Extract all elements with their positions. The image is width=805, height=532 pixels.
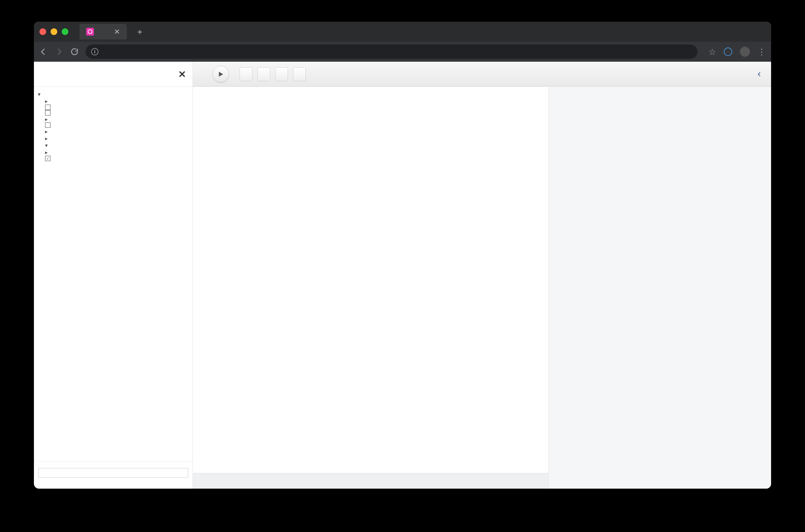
docs-button[interactable] [756,72,764,77]
explorer-panel: ✕ [34,62,193,489]
browser-window: ✕ ＋ i ☆ ⋮ ✕ [34,22,771,489]
browser-menu-icon[interactable]: ⋮ [758,47,766,56]
minimize-window-icon[interactable] [51,28,57,35]
tree-field-group[interactable] [36,135,192,142]
query-editor[interactable] [193,87,549,473]
svg-point-5 [88,32,89,33]
explorer-header: ✕ [34,62,193,87]
svg-point-4 [91,30,92,31]
tree-field-pageInfo[interactable] [36,149,192,156]
add-new-query-button[interactable] [38,468,188,477]
tree-field-totalCount[interactable] [36,156,192,161]
close-window-icon[interactable] [39,28,46,35]
tab-close-icon[interactable]: ✕ [114,27,120,36]
svg-point-3 [88,30,89,31]
tree-field-distinct[interactable] [36,122,192,128]
profile-avatar-icon[interactable] [740,47,750,57]
new-tab-icon[interactable]: ＋ [136,26,144,38]
browser-addressbar: i ☆ ⋮ [34,42,771,62]
prettify-button[interactable] [239,67,252,81]
explorer-footer [34,461,193,489]
tree-arg-filter[interactable] [36,98,192,104]
browser-actions: ☆ ⋮ [709,47,766,57]
svg-point-1 [90,30,90,30]
query-variables-bar[interactable] [193,473,549,489]
reload-icon[interactable] [70,47,79,56]
graphiql-app: ✕ [34,62,771,489]
tree-field-edges[interactable] [36,128,192,135]
info-icon: i [91,48,98,55]
forward-icon[interactable] [55,47,63,56]
graphiql-panes [193,87,771,489]
svg-point-2 [90,33,90,34]
svg-point-6 [91,32,92,33]
explorer-close-icon[interactable]: ✕ [178,69,186,80]
tree-arg-skip[interactable] [36,110,192,116]
back-icon[interactable] [39,47,48,56]
graphql-favicon-icon [86,28,94,36]
graphiql-main [193,62,771,489]
tree-arg-limit[interactable] [36,104,192,110]
url-input[interactable]: i [85,44,697,59]
query-editor-pane [193,87,549,489]
extension-icon[interactable] [724,48,732,56]
explorer-tree[interactable] [34,87,193,461]
code-exporter-button[interactable] [293,67,306,81]
browser-tab[interactable]: ✕ [79,24,127,39]
execute-button[interactable] [212,66,229,82]
tree-arg-sort[interactable] [36,116,192,122]
star-icon[interactable]: ☆ [709,47,716,57]
browser-tabbar: ✕ ＋ [34,22,771,42]
tree-allSitePage[interactable] [36,91,192,98]
result-pane[interactable] [549,87,771,489]
explorer-button[interactable] [275,67,288,81]
history-button[interactable] [257,67,270,81]
window-controls [39,28,69,35]
graphiql-toolbar [193,62,771,87]
maximize-window-icon[interactable] [62,28,69,35]
tree-field-nodes[interactable] [36,142,192,149]
